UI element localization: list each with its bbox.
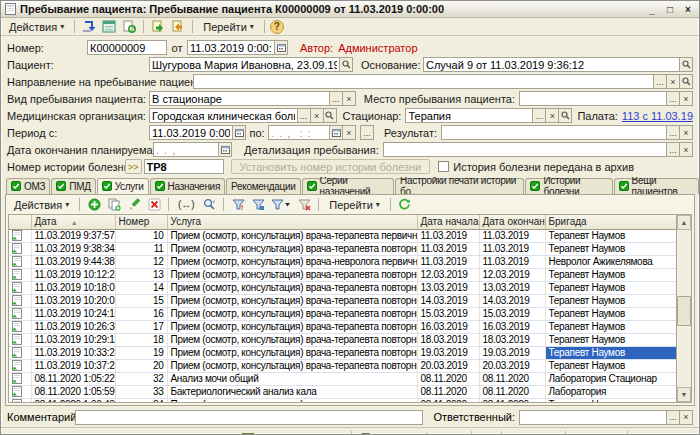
clear-icon[interactable]: × (679, 142, 693, 157)
column-header-date[interactable]: Дата▲ (31, 215, 115, 229)
table-row[interactable]: 08.11.2020 1:05:2232Анализ мочи общий08.… (9, 372, 676, 385)
table-row[interactable]: 11.03.2019 9:37:5710Прием (осмотр, консу… (9, 229, 676, 242)
filter-clear-icon[interactable] (295, 197, 313, 213)
table-cell[interactable]: 11.03.2019 (479, 255, 545, 268)
table-cell[interactable]: Терапевт Наумов (545, 333, 676, 346)
maximize-button[interactable]: □ (663, 4, 677, 15)
table-cell[interactable]: Терапевт Наумов (545, 268, 676, 281)
table-cell[interactable]: 11.03.2019 (417, 242, 479, 255)
help-icon[interactable]: ? (270, 20, 284, 34)
filter-menu-icon[interactable] (269, 197, 293, 213)
ellipsis-icon[interactable]: ... (532, 108, 546, 123)
table-cell[interactable]: 20.03.2019 (479, 359, 545, 372)
tab-serii[interactable]: Серии назначений (302, 178, 394, 194)
table-row[interactable]: 11.03.2019 10:12:2413Прием (осмотр, конс… (9, 268, 676, 281)
table-cell[interactable]: 15.03.2019 (479, 307, 545, 320)
goto-menu-button[interactable]: Перейти ▾ (198, 19, 259, 35)
table-row[interactable]: 11.03.2019 10:20:0715Прием (осмотр, конс… (9, 294, 676, 307)
ok-button[interactable]: ОК (472, 431, 501, 435)
column-header-end-date[interactable]: Дата окончания (479, 215, 545, 229)
table-cell[interactable]: 15 (115, 294, 167, 307)
clear-icon[interactable]: × (679, 125, 693, 140)
column-header-service[interactable]: Услуга (167, 215, 417, 229)
table-cell[interactable]: 19.03.2019 (479, 346, 545, 359)
table-cell[interactable]: Терапевт Наумов (545, 242, 676, 255)
table-cell[interactable]: 16.03.2019 (479, 320, 545, 333)
table-row[interactable]: 11.03.2019 10:37:2320Прием (осмотр, конс… (9, 359, 676, 372)
scroll-down-icon[interactable]: ▼ (677, 387, 691, 402)
table-cell[interactable]: 08.11.2020 (479, 398, 545, 402)
hospital-field[interactable] (405, 108, 533, 123)
scroll-up-icon[interactable]: ▲ (677, 215, 691, 230)
table-cell[interactable]: Терапевт Наумов (545, 359, 676, 372)
column-header-team[interactable]: Бригада (545, 215, 676, 229)
table-row[interactable]: 11.03.2019 10:26:3417Прием (осмотр, конс… (9, 320, 676, 333)
table-row[interactable]: 11.03.2019 10:24:1816Прием (осмотр, конс… (9, 307, 676, 320)
table-row[interactable]: 08.11.2020 1:06:4334Прием (осмотр, консу… (9, 398, 676, 402)
refresh-document-icon[interactable] (120, 19, 138, 35)
file-import-icon[interactable] (149, 19, 167, 35)
magnifier-icon[interactable] (558, 108, 572, 123)
table-cell[interactable]: 18.03.2019 (417, 333, 479, 346)
table-cell[interactable]: 20 (115, 359, 167, 372)
magnifier-icon[interactable] (323, 108, 337, 123)
footer-button-1[interactable]: История болезни (352, 431, 470, 435)
table-cell[interactable]: 11.03.2019 10:37:23 (31, 359, 115, 372)
tab-naznacheniya[interactable]: Назначения (150, 178, 225, 194)
ellipsis-icon[interactable]: ... (329, 91, 343, 106)
table-cell[interactable]: 18 (115, 333, 167, 346)
clear-icon[interactable]: × (545, 108, 559, 123)
table-cell[interactable]: 20.03.2019 (417, 359, 479, 372)
table-cell[interactable]: 08.11.2020 (417, 385, 479, 398)
table-cell[interactable]: 19.03.2019 (417, 346, 479, 359)
table-cell[interactable]: 11.03.2019 10:26:34 (31, 320, 115, 333)
ellipsis-icon[interactable]: ... (666, 410, 680, 425)
archive-checkbox[interactable] (438, 161, 449, 172)
calendar-icon[interactable] (232, 125, 246, 140)
calendar-icon[interactable] (274, 40, 288, 55)
table-cell[interactable]: 11.03.2019 10:18:07 (31, 281, 115, 294)
number-field[interactable] (87, 40, 167, 55)
table-cell[interactable]: Лаборатория (545, 385, 676, 398)
table-cell[interactable]: 11.03.2019 (417, 229, 479, 242)
clear-icon[interactable]: × (679, 410, 693, 425)
patient-field[interactable] (149, 57, 340, 72)
table-cell[interactable]: 12.03.2019 (417, 268, 479, 281)
table-cell[interactable]: Прием (осмотр, консультация) врача-невро… (167, 255, 417, 268)
ellipsis-icon[interactable]: ... (297, 108, 311, 123)
magnifier-icon[interactable] (679, 74, 693, 89)
table-cell[interactable]: 14 (115, 281, 167, 294)
tab-uslugi[interactable]: Услуги (97, 178, 149, 194)
stay-place-field[interactable] (519, 91, 667, 106)
table-cell[interactable]: 08.11.2020 (417, 398, 479, 402)
table-cell[interactable]: Лаборатория Стационар (545, 372, 676, 385)
table-row[interactable]: 11.03.2019 10:33:2419Прием (осмотр, конс… (9, 346, 676, 359)
vertical-scrollbar[interactable]: ▲ ▼ (676, 215, 691, 402)
table-cell[interactable]: 16.03.2019 (417, 320, 479, 333)
table-row[interactable]: 11.03.2019 10:18:0714Прием (осмотр, конс… (9, 281, 676, 294)
table-cell[interactable]: 08.11.2020 1:05:59 (31, 385, 115, 398)
table-cell[interactable]: 11 (115, 242, 167, 255)
tab-omz[interactable]: ОМЗ (6, 178, 50, 194)
table-row[interactable]: 08.11.2020 1:05:5933Бактериологический а… (9, 385, 676, 398)
footer-button-4[interactable]: Записать (566, 431, 627, 435)
table-cell[interactable]: 08.11.2020 (417, 372, 479, 385)
referral-field[interactable] (193, 74, 654, 89)
table-cell[interactable]: 11.03.2019 (417, 255, 479, 268)
ellipsis-icon[interactable]: ... (360, 125, 374, 140)
ellipsis-icon[interactable]: ... (666, 91, 680, 106)
table-cell[interactable]: 08.11.2020 (479, 385, 545, 398)
scroll-track[interactable] (677, 230, 691, 387)
date-field[interactable] (187, 40, 275, 55)
history-number-field[interactable] (144, 159, 224, 174)
table-cell[interactable]: 11.03.2019 (479, 242, 545, 255)
table-cell[interactable]: Прием (осмотр, консультация) врача-терап… (167, 281, 417, 294)
tab-rekomendacii[interactable]: Рекомендации (226, 178, 301, 194)
delete-row-icon[interactable] (145, 197, 163, 213)
chevrons-button[interactable]: >> (125, 159, 142, 174)
table-cell[interactable]: Прием (осмотр, консультация) врача-терап… (167, 398, 417, 402)
tab-istorii-bolezni[interactable]: Истории болезни (525, 178, 612, 194)
table-cell[interactable]: Терапевт Наумов (545, 281, 676, 294)
table-cell[interactable]: 13.03.2019 (479, 281, 545, 294)
tab-nastroyki-pechati[interactable]: Настройки печати истории бо... (395, 178, 524, 194)
